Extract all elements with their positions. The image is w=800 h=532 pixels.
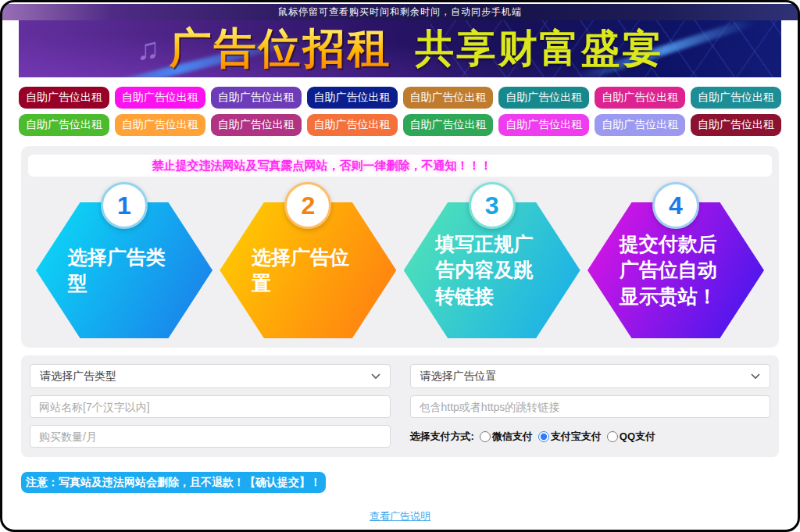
steps-panel: 禁止提交违法网站及写真露点网站，否则一律删除，不通知！！！ 1 选择广告类 型 … [21, 146, 779, 348]
chevron-down-icon [751, 373, 760, 380]
ad-position-select[interactable]: 请选择广告位置 [410, 364, 771, 388]
self-service-ad-rent-button[interactable]: 自助广告位出租 [691, 87, 781, 109]
step-4-hexagon: 4 提交付款后 广告位自动 显示贵站！ [588, 182, 764, 338]
payment-option-qq[interactable]: QQ支付 [607, 430, 655, 444]
self-service-ad-rent-button[interactable]: 自助广告位出租 [595, 87, 685, 109]
self-service-ad-rent-button[interactable]: 自助广告位出租 [691, 114, 781, 136]
ad-position-select-value: 请选择广告位置 [420, 370, 497, 384]
music-notes-icon: ♫ [137, 31, 160, 66]
ad-form-grid: 请选择广告类型 请选择广告位置 选择支付方式: 微信支付 支付宝支付 [30, 364, 770, 448]
top-notice-text: 鼠标停留可查看购买时间和剩余时间，自动同步手机端 [278, 5, 522, 19]
banner-title: 广告位招租 [170, 20, 392, 77]
step-3-text: 填写正规广 告内容及跳 转链接 [435, 231, 548, 309]
self-service-ad-rent-button[interactable]: 自助广告位出租 [115, 114, 205, 136]
banner: ♫ 广告位招租 共享财富盛宴 [19, 20, 781, 77]
view-ad-instructions-link[interactable]: 查看广告说明 [370, 510, 430, 522]
wechat-pay-label: 微信支付 [492, 430, 533, 444]
ad-form-panel: 请选择广告类型 请选择广告位置 选择支付方式: 微信支付 支付宝支付 [21, 355, 779, 457]
step-3-hexagon: 3 填写正规广 告内容及跳 转链接 [404, 182, 580, 338]
payment-option-alipay[interactable]: 支付宝支付 [538, 430, 602, 444]
ad-type-select-value: 请选择广告类型 [40, 370, 116, 384]
banner-subtitle: 共享财富盛宴 [416, 23, 664, 75]
payment-option-wechat[interactable]: 微信支付 [480, 430, 533, 444]
step-1-number-badge: 1 [101, 182, 148, 229]
self-service-ad-rent-button[interactable]: 自助广告位出租 [595, 114, 685, 136]
alipay-radio[interactable] [538, 431, 549, 442]
payment-method-group: 选择支付方式: 微信支付 支付宝支付 QQ支付 [410, 425, 771, 448]
qq-pay-radio[interactable] [607, 431, 618, 442]
self-service-ad-rent-button[interactable]: 自助广告位出租 [115, 87, 205, 109]
quantity-input[interactable] [30, 425, 391, 448]
ad-buttons-row-1: 自助广告位出租自助广告位出租自助广告位出租自助广告位出租自助广告位出租自助广告位… [19, 87, 781, 109]
self-service-ad-rent-button[interactable]: 自助广告位出租 [211, 114, 302, 136]
step-2-hexagon: 2 选择广告位 置 [220, 182, 396, 338]
ad-buttons-row-2: 自助广告位出租自助广告位出租自助广告位出租自助广告位出租自助广告位出租自助广告位… [19, 114, 781, 136]
step-2-text: 选择广告位 置 [252, 245, 365, 297]
self-service-ad-rent-button[interactable]: 自助广告位出租 [19, 87, 109, 109]
step-2-number-badge: 2 [284, 182, 331, 229]
self-service-ad-rent-button[interactable]: 自助广告位出租 [19, 114, 109, 136]
top-notice-bar: 鼠标停留可查看购买时间和剩余时间，自动同步手机端 [0, 4, 800, 20]
self-service-ad-rent-button[interactable]: 自助广告位出租 [403, 87, 494, 109]
footer: 查看广告说明 [0, 509, 800, 523]
self-service-ad-rent-button[interactable]: 自助广告位出租 [498, 114, 589, 136]
confirm-submit-button[interactable]: 注意：写真站及违法网站会删除，且不退款！【确认提交】！ [21, 472, 326, 493]
step-1-hexagon: 1 选择广告类 型 [36, 182, 212, 338]
warning-bar: 禁止提交违法网站及写真露点网站，否则一律删除，不通知！！！ [28, 155, 772, 177]
site-name-input[interactable] [30, 395, 391, 418]
step-4-number-badge: 4 [652, 182, 699, 229]
self-service-ad-rent-button[interactable]: 自助广告位出租 [211, 87, 302, 109]
self-service-ad-rent-button[interactable]: 自助广告位出租 [307, 87, 398, 109]
qq-pay-label: QQ支付 [620, 430, 655, 444]
alipay-label: 支付宝支付 [551, 430, 602, 444]
self-service-ad-rent-button[interactable]: 自助广告位出租 [498, 87, 589, 109]
payment-method-label: 选择支付方式: [410, 430, 474, 444]
step-3-number-badge: 3 [469, 182, 516, 229]
warning-text: 禁止提交违法网站及写真露点网站，否则一律删除，不通知！！！ [152, 159, 492, 173]
step-1-text: 选择广告类 型 [68, 245, 181, 297]
chevron-down-icon [371, 373, 380, 380]
self-service-ad-rent-button[interactable]: 自助广告位出租 [403, 114, 494, 136]
self-service-ad-rent-button[interactable]: 自助广告位出租 [307, 114, 398, 136]
steps-row: 1 选择广告类 型 2 选择广告位 置 3 填写正规广 告内容及跳 转链接 4 [36, 182, 764, 338]
step-4-text: 提交付款后 广告位自动 显示贵站！ [620, 231, 733, 309]
ad-type-select[interactable]: 请选择广告类型 [30, 364, 391, 388]
wechat-pay-radio[interactable] [480, 431, 491, 442]
jump-link-input[interactable] [410, 395, 771, 418]
ad-rental-page: 鼠标停留可查看购买时间和剩余时间，自动同步手机端 ♫ 广告位招租 共享财富盛宴 … [0, 0, 800, 532]
